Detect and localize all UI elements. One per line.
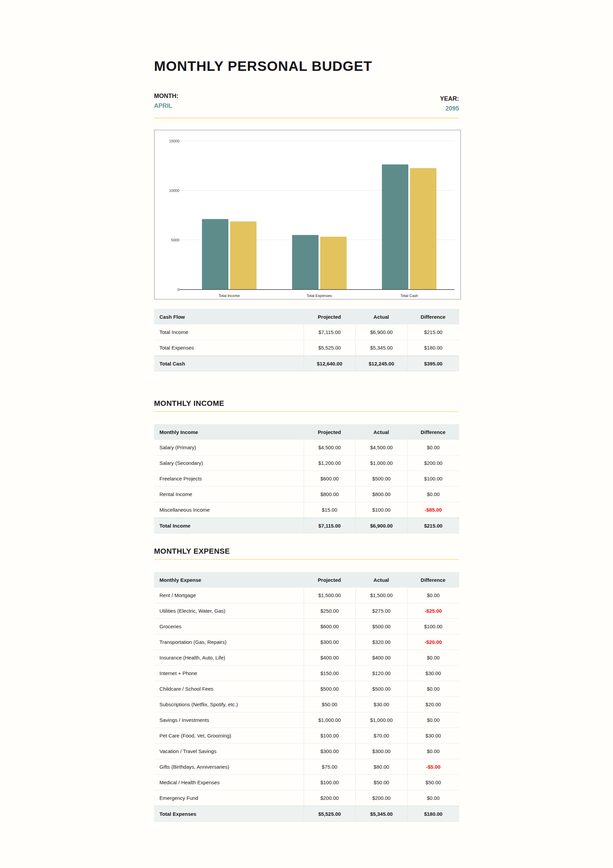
x-axis-label: Total Cash — [364, 294, 454, 298]
column-header: Projected — [303, 572, 356, 587]
cell-value: $320.00 — [356, 634, 407, 649]
row-label: Medical / Health Expenses — [154, 775, 303, 790]
cash-flow-table: Cash FlowProjectedActualDifferenceTotal … — [154, 309, 459, 371]
row-label: Vacation / Travel Savings — [154, 744, 303, 759]
table-row: Salary (Primary)$4,500.00$4,500.00$0.00 — [154, 440, 459, 456]
column-header: Cash Flow — [154, 309, 303, 324]
bar-actual — [410, 168, 437, 290]
table-header-row: Monthly ExpenseProjectedActualDifference — [154, 572, 459, 587]
cell-value: $7,115.00 — [303, 324, 356, 340]
cash-flow-bar-chart: 050001000015000Total IncomeTotal Expense… — [154, 130, 461, 299]
row-label: Freelance Projects — [154, 471, 303, 486]
column-header: Actual — [356, 572, 407, 587]
cell-value: $4,500.00 — [356, 440, 407, 455]
cell-value: $0.00 — [407, 744, 459, 759]
cell-value: $120.00 — [356, 666, 407, 681]
row-label: Gifts (Birthdays, Anniversaries) — [154, 759, 303, 774]
cell-value: $50.00 — [356, 775, 407, 790]
table-row: Freelance Projects$600.00$500.00$100.00 — [154, 471, 459, 487]
monthly-expense-table: Monthly ExpenseProjectedActualDifference… — [154, 572, 459, 822]
cell-value: $0.00 — [407, 587, 459, 603]
cell-value: $800.00 — [356, 487, 407, 502]
table-row: Pet Care (Food, Vet, Grooming)$100.00$70… — [154, 728, 459, 744]
y-axis-tick: 10000 — [169, 189, 180, 192]
cell-value: $600.00 — [303, 619, 356, 634]
cell-value: -$5.00 — [407, 759, 459, 774]
row-label: Pet Care (Food, Vet, Grooming) — [154, 728, 303, 743]
cell-value: $0.00 — [407, 681, 459, 696]
expense-section-divider — [154, 559, 459, 560]
cell-value: $30.00 — [407, 728, 459, 743]
row-label: Salary (Primary) — [154, 440, 303, 455]
cell-value: $1,200.00 — [303, 456, 356, 471]
cell-value: $275.00 — [356, 603, 407, 618]
header-divider — [154, 118, 459, 118]
row-label: Miscellaneous Income — [154, 502, 303, 518]
cell-value: $5,525.00 — [303, 340, 356, 355]
year-label: YEAR: — [440, 95, 459, 102]
cell-value: $75.00 — [303, 759, 356, 774]
row-label: Salary (Secondary) — [154, 456, 303, 471]
cell-value: $500.00 — [356, 619, 407, 634]
column-header: Monthly Expense — [154, 572, 303, 587]
cell-value: $0.00 — [407, 440, 459, 455]
table-row: Gifts (Birthdays, Anniversaries)$75.00$8… — [154, 759, 459, 775]
column-header: Actual — [356, 309, 407, 324]
cell-value: $15.00 — [303, 502, 356, 518]
cell-value: $1,500.00 — [303, 587, 356, 603]
table-row: Total Income$7,115.00$6,900.00$215.00 — [154, 324, 459, 340]
y-axis-tick: 15000 — [169, 139, 180, 143]
cell-value: $400.00 — [303, 650, 356, 665]
row-label: Rent / Mortgage — [154, 587, 303, 603]
cell-value: $800.00 — [303, 487, 356, 502]
month-year-row: MONTH: APRIL YEAR: 2095 — [154, 93, 459, 112]
total-value: $6,900.00 — [356, 518, 407, 533]
bar-group — [364, 141, 454, 290]
cell-value: $500.00 — [303, 681, 356, 696]
budget-document: MONTHLY PERSONAL BUDGET MONTH: APRIL YEA… — [154, 0, 459, 822]
column-header: Projected — [303, 424, 356, 440]
row-label: Childcare / School Fees — [154, 681, 303, 696]
row-label: Utilities (Electric, Water, Gas) — [154, 603, 303, 618]
table-header-row: Monthly IncomeProjectedActualDifference — [154, 424, 459, 440]
x-axis-line — [180, 289, 454, 290]
row-label: Insurance (Health, Auto, Life) — [154, 650, 303, 665]
cell-value: $300.00 — [303, 634, 356, 649]
cell-value: $6,900.00 — [356, 324, 407, 340]
cell-value: $100.00 — [407, 619, 459, 634]
cell-value: $100.00 — [303, 775, 356, 790]
x-axis-label: Total Income — [184, 294, 274, 298]
table-total-row: Total Expenses$5,525.00$5,345.00$180.00 — [154, 806, 459, 822]
total-label: Total Cash — [154, 356, 303, 371]
column-header: Actual — [356, 424, 407, 440]
cell-value: $215.00 — [407, 324, 459, 340]
cell-value: $50.00 — [303, 697, 356, 712]
month-value: APRIL — [154, 102, 179, 110]
total-label: Total Expenses — [154, 806, 303, 821]
bar-projected — [292, 235, 319, 290]
row-label: Total Income — [154, 324, 303, 340]
cell-value: $50.00 — [407, 775, 459, 790]
year-field: YEAR: 2095 — [440, 93, 459, 112]
cell-value: $100.00 — [407, 471, 459, 486]
table-row: Savings / Investments$1,000.00$1,000.00$… — [154, 712, 459, 728]
cell-value: $0.00 — [407, 712, 459, 728]
cell-value: $30.00 — [356, 697, 407, 712]
x-axis-label: Total Expenses — [274, 294, 364, 298]
cell-value: $1,000.00 — [356, 712, 407, 728]
row-label: Emergency Fund — [154, 790, 303, 806]
cell-value: $200.00 — [303, 790, 356, 806]
cell-value: $100.00 — [303, 728, 356, 743]
table-row: Salary (Secondary)$1,200.00$1,000.00$200… — [154, 456, 459, 471]
cell-value: $500.00 — [356, 471, 407, 486]
table-total-row: Total Income$7,115.00$6,900.00$215.00 — [154, 518, 459, 533]
cell-value: $500.00 — [356, 681, 407, 696]
cell-value: $200.00 — [356, 790, 407, 806]
total-value: $7,115.00 — [303, 518, 356, 533]
bar-group — [184, 141, 274, 290]
cell-value: -$85.00 — [407, 502, 459, 518]
cell-value: $0.00 — [407, 650, 459, 665]
row-label: Subscriptions (Netflix, Spotify, etc.) — [154, 697, 303, 712]
cell-value: $250.00 — [303, 603, 356, 618]
cell-value: $200.00 — [407, 456, 459, 471]
